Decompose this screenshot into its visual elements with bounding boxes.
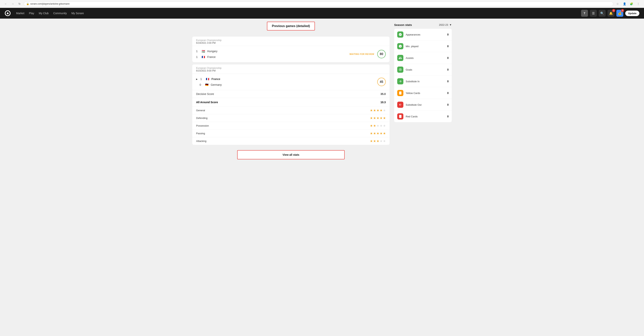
- player-score-1: 80: [377, 50, 386, 58]
- team-row-hungary: 1 🇭🇺 Hungary: [196, 48, 350, 54]
- sub-out-value: 0: [447, 103, 449, 106]
- stat-red-cards: Red Cards 0: [394, 111, 452, 122]
- season-stats-header: Season stats 2022-23 ▼: [394, 22, 452, 29]
- user-avatar-btn[interactable]: T: [581, 10, 588, 17]
- game-teams-2: ▶ 1 🇫🇷 France 0 🇩🇪 Germany: [196, 76, 377, 88]
- competition-1: European Championship: [196, 39, 386, 42]
- red-cards-value: 0: [447, 115, 449, 118]
- nav-community[interactable]: Community: [53, 12, 67, 15]
- all-around-label: All Around Score: [196, 101, 218, 104]
- main-container: Previous games (detailed) European Champ…: [188, 18, 456, 166]
- stat-min-played: Min. played 0: [394, 40, 452, 52]
- left-panel: Previous games (detailed) European Champ…: [192, 22, 390, 162]
- stats-card: Appearances 0 Min. played 0: [394, 29, 452, 122]
- appearances-icon: [397, 31, 403, 37]
- flag-france-2: 🇫🇷: [205, 77, 210, 81]
- red-cards-icon: [397, 113, 403, 119]
- stars-general: ★ ★ ★ ★ ★: [370, 109, 386, 112]
- nav-my-sorare[interactable]: My Sorare: [72, 12, 84, 15]
- yellow-cards-icon: [397, 90, 403, 96]
- back-button[interactable]: ←: [3, 1, 8, 6]
- red-cards-label: Red Cards: [406, 115, 418, 118]
- nav-my-club[interactable]: My Club: [39, 12, 48, 15]
- category-passing: Passing ★ ★ ★ ★ ★: [192, 129, 390, 137]
- bookmark-button[interactable]: ☆: [615, 1, 620, 6]
- notification-badge: 1: [612, 9, 615, 12]
- sub-in-label: Substitute In: [406, 80, 420, 83]
- category-possession: Possession ★ ★ ★ ★ ★: [192, 122, 390, 129]
- menu-button[interactable]: ⋮: [636, 1, 641, 6]
- min-played-label: Min. played: [406, 45, 418, 48]
- arrow-france: ▶: [196, 78, 198, 80]
- nav-market[interactable]: Market: [16, 12, 24, 15]
- navbar: Market Play My Club Community My Sorare …: [0, 8, 644, 18]
- nav-right: T ☰ 🔍 🔔 1 💰 4 Update: [581, 10, 640, 17]
- name-hungary: Hungary: [207, 50, 218, 53]
- address-bar[interactable]: 🔒 sorare.com/players/antoine-griezmann: [24, 1, 613, 6]
- section-header: Previous games (detailed): [267, 22, 315, 30]
- search-btn[interactable]: 🔍: [599, 10, 606, 17]
- min-played-value: 0: [447, 45, 449, 48]
- goals-icon: [397, 66, 403, 73]
- team-row-france-2: ▶ 1 🇫🇷 France: [196, 76, 377, 82]
- competition-2: European Championship: [196, 67, 386, 69]
- name-germany: Germany: [211, 83, 222, 86]
- game-body-2: ▶ 1 🇫🇷 France 0 🇩🇪 Germany 45: [192, 74, 390, 90]
- appearances-value: 0: [447, 33, 449, 36]
- forward-button[interactable]: →: [10, 1, 15, 6]
- label-defending: Defending: [196, 117, 208, 119]
- wallet-btn[interactable]: 💰 4: [616, 10, 623, 17]
- wallet-badge: 4: [621, 9, 624, 12]
- min-played-icon: [397, 43, 403, 49]
- nav-links: Market Play My Club Community My Sorare: [16, 12, 84, 15]
- reload-button[interactable]: ↻: [17, 1, 22, 6]
- decisive-score-value: 35.0: [380, 92, 386, 95]
- game-body-1: 1 🇭🇺 Hungary 1 🇫🇷 France WAITING FOR REV…: [192, 46, 390, 62]
- svg-rect-6: [399, 115, 402, 118]
- yellow-cards-label: Yellow Cards: [406, 92, 420, 94]
- stat-yellow-cards: Yellow Cards 0: [394, 87, 452, 99]
- stars-defending: ★ ★ ★ ★ ★: [370, 116, 386, 120]
- goals-value: 0: [447, 68, 449, 71]
- appearances-label: Appearances: [406, 33, 420, 36]
- waiting-badge: WAITING FOR REVIEW: [350, 53, 374, 55]
- name-france-2: France: [212, 77, 220, 80]
- extension-button[interactable]: 🧩: [629, 1, 634, 6]
- category-general: General ★ ★ ★ ★ ★: [192, 106, 390, 114]
- profile-button[interactable]: 👤: [622, 1, 627, 6]
- view-all-stats-button[interactable]: View all stats: [237, 150, 345, 159]
- all-around-value: 10.3: [380, 101, 386, 104]
- sub-out-icon: [397, 102, 403, 108]
- stat-goals: Goals 0: [394, 64, 452, 75]
- sub-in-icon: [397, 78, 403, 84]
- stat-substitute-in: Substitute In 0: [394, 75, 452, 87]
- stars-attacking: ★ ★ ★ ★ ★: [370, 139, 386, 143]
- date-2: 6/15/2021 9:00 PM: [196, 69, 386, 72]
- sorare-logo[interactable]: [4, 10, 11, 16]
- game-teams-1: 1 🇭🇺 Hungary 1 🇫🇷 France: [196, 48, 350, 60]
- decisive-score-label: Decisive Score: [196, 92, 214, 95]
- game-header-2: European Championship 6/15/2021 9:00 PM: [192, 64, 390, 74]
- flag-france-1: 🇫🇷: [201, 55, 205, 59]
- assists-icon: [397, 55, 403, 61]
- season-selector[interactable]: 2022-23 ▼: [439, 23, 452, 26]
- team-row-germany: 0 🇩🇪 Germany: [196, 82, 377, 88]
- notification-btn[interactable]: 🔔 1: [608, 10, 614, 17]
- game-header-1: European Championship 6/19/2021 3:00 PM: [192, 37, 390, 46]
- sub-out-label: Substitute Out: [406, 103, 422, 106]
- stat-assists: Assists 0: [394, 52, 452, 64]
- label-possession: Possession: [196, 124, 209, 127]
- team-row-france-1: 1 🇫🇷 France: [196, 54, 350, 60]
- update-btn[interactable]: Update: [625, 10, 640, 16]
- list-btn[interactable]: ☰: [590, 10, 597, 17]
- svg-rect-5: [399, 91, 402, 94]
- stars-passing: ★ ★ ★ ★ ★: [370, 132, 386, 135]
- nav-play[interactable]: Play: [29, 12, 34, 15]
- name-france-1: France: [207, 55, 216, 58]
- season-stats-title: Season stats: [394, 23, 412, 26]
- label-passing: Passing: [196, 132, 205, 135]
- stat-appearances: Appearances 0: [394, 29, 452, 40]
- svg-point-4: [400, 69, 401, 70]
- goals-label: Goals: [406, 68, 412, 71]
- right-panel: Season stats 2022-23 ▼ Appearances 0: [394, 22, 452, 162]
